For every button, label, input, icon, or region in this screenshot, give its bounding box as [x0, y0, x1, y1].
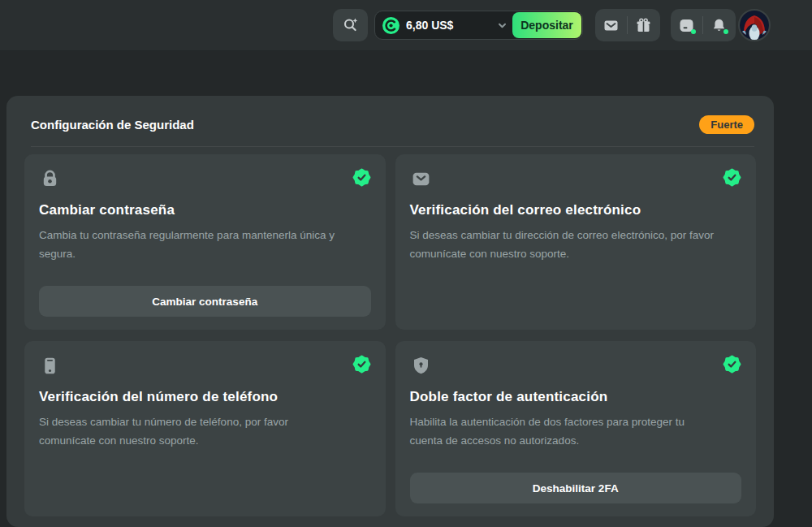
chat-notification-dot: [691, 29, 696, 34]
bc-coin-icon: [382, 17, 400, 34]
top-navbar: 6,80 US$ Depositar: [0, 0, 812, 51]
card-email-verification: Verificación del correo electrónico Si d…: [395, 154, 757, 330]
mail-icon: [603, 18, 619, 33]
card-top-row: [39, 168, 371, 190]
gift-button[interactable]: [628, 9, 659, 41]
avatar[interactable]: [738, 9, 771, 41]
card-title: Verificación del número de teléfono: [39, 389, 371, 405]
card-description: Cambia tu contraseña regularmente para m…: [39, 227, 348, 263]
gift-icon: [636, 18, 651, 33]
chevron-down-icon: [497, 20, 508, 31]
card-description: Habilita la autenticación de dos factore…: [410, 413, 719, 450]
mail-button[interactable]: [595, 9, 627, 41]
verified-check-seal-icon: [352, 168, 371, 187]
disable-2fa-button[interactable]: Deshabilitar 2FA: [410, 473, 742, 503]
card-title: Doble factor de autenticación: [410, 389, 742, 405]
wallet-currency-select[interactable]: 6,80 US$ Depositar: [374, 11, 583, 40]
mail-gift-group: [595, 9, 660, 41]
chat-button[interactable]: [671, 9, 702, 41]
card-description: Si deseas cambiar tu número de teléfono,…: [39, 413, 348, 450]
deposit-button[interactable]: Depositar: [512, 12, 581, 38]
panel-header: Configuración de Seguridad Fuerte: [6, 96, 774, 146]
shield-keyhole-icon: [410, 355, 432, 377]
phone-icon: [39, 355, 61, 377]
search-icon: [342, 16, 360, 34]
card-top-row: [410, 355, 742, 377]
security-strength-badge: Fuerte: [699, 115, 754, 134]
card-top-row: [410, 168, 742, 190]
page-title: Configuración de Seguridad: [31, 118, 194, 132]
card-change-password: Cambiar contraseña Cambia tu contraseña …: [24, 154, 386, 330]
card-title: Cambiar contraseña: [39, 202, 371, 218]
bell-notification-dot: [723, 29, 728, 34]
chat-bell-group: [671, 9, 736, 41]
verified-check-seal-icon: [723, 355, 741, 374]
notifications-button[interactable]: [703, 9, 735, 41]
card-phone-verification: Verificación del número de teléfono Si d…: [24, 341, 386, 516]
card-title: Verificación del correo electrónico: [410, 202, 742, 218]
card-top-row: [39, 355, 371, 377]
change-password-button[interactable]: Cambiar contraseña: [39, 286, 371, 317]
security-settings-panel: Configuración de Seguridad Fuerte: [6, 96, 774, 527]
verified-check-seal-icon: [723, 168, 741, 187]
lock-icon: [39, 168, 61, 190]
security-cards-grid: Cambiar contraseña Cambia tu contraseña …: [6, 147, 774, 524]
security-settings-page: 6,80 US$ Depositar: [0, 0, 812, 527]
search-button[interactable]: [333, 9, 368, 41]
envelope-icon: [410, 168, 432, 190]
card-description: Si deseas cambiar tu dirección de correo…: [410, 227, 719, 263]
wallet-balance: 6,80 US$: [406, 19, 453, 32]
verified-check-seal-icon: [352, 355, 371, 374]
card-two-factor-auth: Doble factor de autenticación Habilita l…: [395, 341, 757, 516]
